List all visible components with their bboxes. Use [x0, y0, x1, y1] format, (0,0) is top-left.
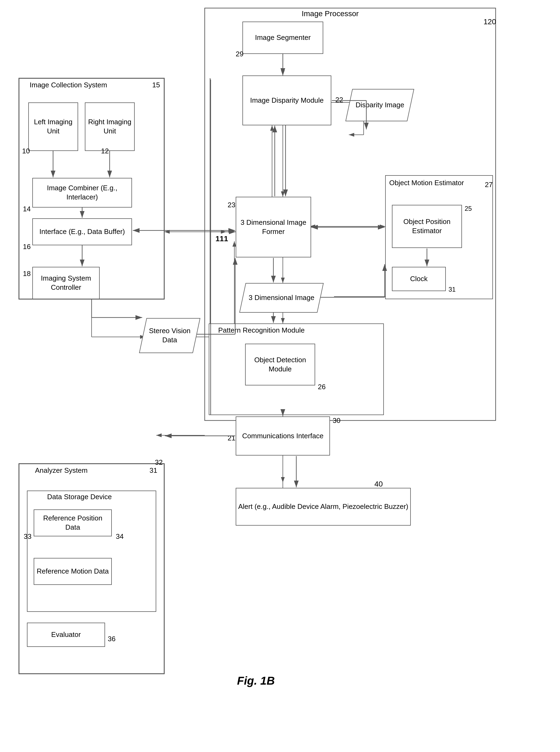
stereo-vision-data-label: Stereo Vision Data: [143, 326, 196, 345]
data-storage-outer: [27, 490, 156, 612]
stereo-vision-data-box: Stereo Vision Data: [139, 318, 200, 353]
disparity-image-box: Disparity Image: [345, 89, 414, 121]
image-segmenter-box: Image Segmenter: [242, 22, 323, 54]
imaging-system-num: 18: [23, 270, 31, 278]
clock-label: Clock: [410, 274, 427, 284]
three-d-image-label: 3 Dimensional Image: [248, 293, 314, 303]
object-detection-box: Object Detection Module: [245, 344, 315, 385]
analyzer-num2: 31: [149, 466, 157, 475]
image-segmenter-label: Image Segmenter: [255, 33, 311, 42]
object-position-estimator-box: Object Position Estimator: [392, 205, 462, 248]
ref-motion-label: Reference Motion Data: [37, 567, 108, 576]
clock-box: Clock: [392, 267, 446, 291]
image-combiner-num: 14: [23, 205, 31, 213]
evaluator-box: Evaluator: [27, 623, 105, 647]
analyzer-label: Analyzer System: [35, 466, 87, 475]
left-imaging-label: Left Imaging Unit: [31, 117, 76, 136]
three-d-image-former-num: 23: [227, 201, 235, 209]
image-disparity-box: Image Disparity Module: [242, 75, 331, 126]
imaging-system-label: Imaging System Controller: [35, 274, 98, 292]
disparity-image-label: Disparity Image: [356, 100, 404, 110]
right-imaging-label: Right Imaging Unit: [87, 117, 133, 136]
left-imaging-num: 10: [22, 147, 30, 155]
evaluator-num: 36: [108, 635, 116, 643]
image-collection-label: Image Collection System: [29, 81, 107, 89]
image-segmenter-num: 29: [236, 50, 243, 58]
right-imaging-num: 12: [101, 147, 109, 155]
interface-num: 16: [23, 243, 31, 251]
three-d-image-former-box: 3 Dimensional Image Former: [236, 197, 311, 257]
communications-interface-num2: 21: [227, 434, 235, 442]
evaluator-label: Evaluator: [51, 630, 81, 639]
object-position-estimator-label: Object Position Estimator: [394, 217, 460, 236]
right-imaging-unit-box: Right Imaging Unit: [85, 102, 135, 151]
interface-label: Interface (E.g., Data Buffer): [39, 227, 125, 236]
analyzer-num: 32: [155, 458, 163, 466]
object-detection-label: Object Detection Module: [247, 355, 313, 374]
alert-box: Alert (e.g., Audible Device Alarm, Piezo…: [236, 488, 411, 526]
ref-position-label: Reference Position Data: [36, 514, 109, 532]
image-disparity-num: 22: [335, 96, 343, 104]
clock-num: 31: [448, 286, 456, 293]
imaging-system-controller-box: Imaging System Controller: [32, 267, 100, 299]
alert-label: Alert (e.g., Audible Device Alarm, Piezo…: [238, 502, 408, 511]
ref-position-num: 33: [24, 532, 32, 541]
image-disparity-label: Image Disparity Module: [250, 96, 323, 105]
fig-label: Fig. 1B: [237, 674, 275, 687]
object-position-estimator-num: 25: [465, 205, 472, 212]
object-motion-estimator-num: 27: [485, 180, 493, 189]
three-d-image-former-label: 3 Dimensional Image Former: [238, 218, 309, 236]
communications-interface-box: Communications Interface: [236, 417, 330, 456]
object-motion-estimator-label: Object Motion Estimator: [389, 178, 464, 188]
ref-motion-box: Reference Motion Data: [34, 558, 112, 585]
data-storage-label: Data Storage Device: [47, 493, 112, 501]
image-combiner-box: Image Combiner (E.g., Interlacer): [32, 178, 132, 208]
left-imaging-unit-box: Left Imaging Unit: [28, 102, 78, 151]
communications-interface-label: Communications Interface: [242, 431, 323, 441]
ref-position-num2: 34: [116, 532, 124, 541]
image-combiner-label: Image Combiner (E.g., Interlacer): [35, 184, 130, 202]
three-d-image-box: 3 Dimensional Image: [239, 283, 323, 313]
image-collection-num: 15: [152, 81, 160, 89]
ref-position-box: Reference Position Data: [34, 509, 112, 536]
image-processor-label: Image Processor: [302, 9, 359, 18]
alert-num: 40: [375, 480, 383, 488]
communications-interface-num: 30: [333, 417, 340, 425]
image-processor-num: 120: [483, 18, 496, 26]
line-111-label: 111: [216, 234, 228, 243]
interface-box: Interface (E.g., Data Buffer): [32, 218, 132, 245]
object-detection-num: 26: [318, 383, 326, 391]
pattern-recognition-label: Pattern Recognition Module: [218, 326, 305, 334]
